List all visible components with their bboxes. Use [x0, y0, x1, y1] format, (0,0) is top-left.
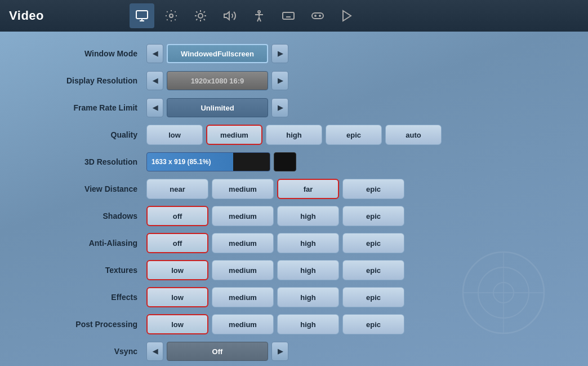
anti-aliasing-label: Anti-Aliasing	[34, 239, 146, 248]
effects-epic[interactable]: epic	[342, 287, 404, 307]
post-processing-high[interactable]: high	[277, 314, 339, 334]
shadows-high[interactable]: high	[277, 206, 339, 226]
window-mode-value: WindowedFullscreen	[167, 44, 268, 63]
textures-label: Textures	[34, 266, 146, 275]
nav-tab-settings[interactable]	[159, 3, 184, 28]
anti-aliasing-high[interactable]: high	[277, 233, 339, 253]
quality-low[interactable]: low	[146, 125, 203, 145]
nav-bar: Video	[0, 0, 588, 32]
vsync-label: Vsync	[34, 347, 146, 356]
shadows-row: Shadows off medium high epic	[34, 205, 554, 227]
nav-tab-brightness[interactable]	[188, 3, 213, 28]
effects-row: Effects low medium high epic	[34, 286, 554, 308]
view-distance-row: View Distance near medium far epic	[34, 178, 554, 200]
frame-rate-next[interactable]: ▶	[271, 98, 288, 117]
resolution-3d-controls: 1633 x 919 (85.1%)	[146, 152, 296, 171]
shadows-controls: off medium high epic	[146, 206, 404, 226]
display-resolution-value: 1920x1080 16:9	[167, 71, 268, 90]
textures-row: Textures low medium high epic	[34, 259, 554, 281]
effects-high[interactable]: high	[277, 287, 339, 307]
quality-label: Quality	[34, 130, 146, 139]
svg-marker-13	[224, 12, 229, 20]
nav-tab-accessibility[interactable]	[247, 3, 271, 28]
quality-medium[interactable]: medium	[206, 125, 262, 145]
textures-epic[interactable]: epic	[342, 260, 404, 280]
textures-controls: low medium high epic	[146, 260, 404, 280]
anti-aliasing-medium[interactable]: medium	[212, 233, 274, 253]
effects-low[interactable]: low	[146, 287, 208, 307]
svg-point-4	[198, 14, 203, 18]
view-distance-epic[interactable]: epic	[342, 179, 404, 199]
frame-rate-value: Unlimited	[167, 98, 268, 117]
main-container: Video	[0, 0, 588, 366]
vsync-prev[interactable]: ◀	[146, 342, 163, 361]
vsync-value: Off	[167, 342, 268, 361]
display-resolution-controls: ◀ 1920x1080 16:9 ▶	[146, 71, 288, 90]
svg-point-18	[315, 15, 316, 16]
svg-line-8	[204, 19, 205, 20]
quality-auto[interactable]: auto	[385, 125, 442, 145]
page-title: Video	[9, 8, 44, 23]
textures-high[interactable]: high	[277, 260, 339, 280]
post-processing-controls: low medium high epic	[146, 314, 404, 334]
frame-rate-prev[interactable]: ◀	[146, 98, 163, 117]
nav-icons	[130, 3, 359, 28]
nav-tab-monitor[interactable]	[130, 3, 154, 28]
anti-aliasing-row: Anti-Aliasing off medium high epic	[34, 232, 554, 254]
window-mode-next[interactable]: ▶	[271, 44, 288, 63]
display-resolution-row: Display Resolution ◀ 1920x1080 16:9 ▶	[34, 70, 554, 91]
resolution-3d-bar[interactable]: 1633 x 919 (85.1%)	[146, 152, 270, 171]
post-processing-row: Post Processing low medium high epic	[34, 314, 554, 335]
effects-medium[interactable]: medium	[212, 287, 274, 307]
display-resolution-next[interactable]: ▶	[271, 71, 288, 90]
anti-aliasing-epic[interactable]: epic	[342, 233, 404, 253]
resolution-3d-value: 1633 x 919 (85.1%)	[152, 158, 211, 166]
shadows-epic[interactable]: epic	[342, 206, 404, 226]
effects-controls: low medium high epic	[146, 287, 404, 307]
nav-tab-input[interactable]	[276, 3, 301, 28]
shadows-off[interactable]: off	[146, 206, 208, 226]
textures-low[interactable]: low	[146, 260, 208, 280]
post-processing-medium[interactable]: medium	[212, 314, 274, 334]
window-mode-label: Window Mode	[34, 49, 146, 58]
resolution-3d-dark	[274, 152, 296, 171]
svg-rect-0	[136, 11, 148, 19]
view-distance-controls: near medium far epic	[146, 179, 404, 199]
view-distance-near[interactable]: near	[146, 179, 208, 199]
svg-rect-16	[312, 13, 323, 19]
svg-line-12	[204, 11, 205, 12]
post-processing-epic[interactable]: epic	[342, 314, 404, 334]
nav-tab-controller[interactable]	[305, 3, 330, 28]
vsync-row: Vsync ◀ Off ▶	[34, 341, 554, 362]
quality-high[interactable]: high	[266, 125, 322, 145]
svg-marker-21	[343, 11, 351, 21]
window-mode-prev[interactable]: ◀	[146, 44, 163, 63]
svg-point-14	[258, 11, 260, 13]
vsync-next[interactable]: ▶	[271, 342, 288, 361]
anti-aliasing-controls: off medium high epic	[146, 233, 404, 253]
window-mode-controls: ◀ WindowedFullscreen ▶	[146, 44, 288, 63]
quality-epic[interactable]: epic	[326, 125, 382, 145]
view-distance-far[interactable]: far	[277, 179, 339, 199]
window-mode-row: Window Mode ◀ WindowedFullscreen ▶	[34, 43, 554, 64]
effects-label: Effects	[34, 293, 146, 302]
textures-medium[interactable]: medium	[212, 260, 274, 280]
display-resolution-prev[interactable]: ◀	[146, 71, 163, 90]
shadows-label: Shadows	[34, 211, 146, 221]
anti-aliasing-off[interactable]: off	[146, 233, 208, 253]
display-resolution-label: Display Resolution	[34, 76, 146, 85]
view-distance-medium[interactable]: medium	[212, 179, 274, 199]
frame-rate-row: Frame Rate Limit ◀ Unlimited ▶	[34, 97, 554, 118]
post-processing-low[interactable]: low	[146, 314, 208, 334]
quality-row: Quality low medium high epic auto	[34, 124, 554, 145]
nav-tab-media[interactable]	[335, 3, 359, 28]
shadows-medium[interactable]: medium	[212, 206, 274, 226]
nav-tab-audio[interactable]	[217, 3, 242, 28]
view-distance-label: View Distance	[34, 184, 146, 193]
resolution-3d-label: 3D Resolution	[34, 157, 146, 166]
vsync-controls: ◀ Off ▶	[146, 342, 288, 361]
frame-rate-controls: ◀ Unlimited ▶	[146, 98, 288, 117]
settings-content: Window Mode ◀ WindowedFullscreen ▶ Displ…	[0, 32, 588, 366]
frame-rate-label: Frame Rate Limit	[34, 103, 146, 112]
svg-line-11	[196, 19, 197, 20]
